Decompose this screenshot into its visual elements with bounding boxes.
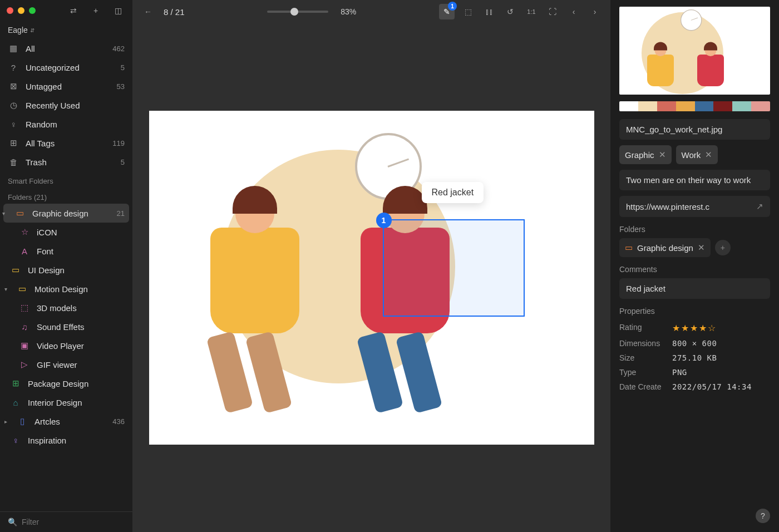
folder-sound-effects[interactable]: ♫ Sound Effets — [0, 317, 132, 336]
next-button[interactable]: › — [587, 4, 603, 19]
folder-3d-models[interactable]: ⬚ 3D models — [0, 298, 132, 317]
zoom-slider[interactable] — [267, 11, 328, 13]
color-swatch[interactable] — [619, 101, 638, 111]
tag-chip[interactable]: Graphic ✕ — [619, 145, 672, 164]
fullscreen-button[interactable]: ⛶ — [545, 4, 560, 19]
nav-untagged[interactable]: ⊠ Untagged 53 — [0, 77, 132, 96]
nav-recently-used[interactable]: ◷ Recently Used — [0, 96, 132, 115]
rating-stars[interactable]: ★★★★☆ — [672, 323, 717, 333]
filter-input[interactable] — [22, 518, 125, 526]
chevron-updown-icon: ⇵ — [30, 27, 34, 33]
folder-articles[interactable]: ▸ ▯ Artcles 436 — [0, 412, 132, 431]
swap-icon[interactable]: ⇄ — [66, 3, 81, 18]
window-close-button[interactable] — [7, 7, 13, 14]
folder-remove-icon[interactable]: ✕ — [698, 243, 705, 253]
prev-button[interactable]: ‹ — [566, 4, 581, 19]
color-swatch[interactable] — [695, 101, 714, 111]
viewer-toolbar: ← 8 / 21 83% ✎ 1 ⬚ ⫿⫿ ↺ 1:1 ⛶ ‹ — [132, 0, 610, 23]
actual-size-button[interactable]: 1:1 — [524, 4, 539, 19]
folder-icon-subfolder[interactable]: ☆ iCON — [0, 223, 132, 242]
annotate-badge: 1 — [448, 2, 457, 11]
nav-random[interactable]: ♀ Random — [0, 115, 132, 134]
folder-label: Motion Design — [34, 284, 125, 294]
folder-ui-design[interactable]: ▭ UI Design — [0, 260, 132, 279]
folders-header: Folders (21) — [0, 188, 132, 204]
nav-all-tags[interactable]: ⊞ All Tags 119 — [0, 134, 132, 152]
folder-interior-design[interactable]: ⌂ Interior Design — [0, 393, 132, 412]
color-swatch[interactable] — [638, 101, 657, 111]
annotation-index-badge: 1 — [376, 213, 392, 228]
inspector-panel: MNC_go_to_work_net.jpg Graphic ✕ Work ✕ … — [610, 0, 779, 532]
folder-label: 3D models — [37, 303, 125, 313]
bulb-icon: ♀ — [8, 119, 19, 130]
chevron-down-icon[interactable]: ▾ — [2, 210, 8, 216]
window-minimize-button[interactable] — [18, 7, 24, 14]
folder-graphic-design[interactable]: ▾ ▭ Graphic design 21 — [3, 204, 129, 223]
annotate-tool[interactable]: ✎ 1 — [439, 4, 455, 19]
comments-section-label: Comments — [619, 265, 770, 274]
external-link-icon[interactable]: ↗ — [756, 201, 763, 211]
url-field[interactable]: https://www.pinterest.c ↗ — [619, 196, 770, 217]
nav-trash[interactable]: 🗑 Trash 5 — [0, 152, 132, 171]
trash-icon: 🗑 — [8, 156, 19, 168]
undo-button[interactable]: ↺ — [502, 4, 518, 19]
nav-label: Trash — [26, 157, 114, 167]
nav-count: 5 — [121, 63, 125, 72]
folder-motion-design[interactable]: ▾ ▭ Motion Design — [0, 279, 132, 298]
color-swatch[interactable] — [751, 101, 770, 111]
filename-field[interactable]: MNC_go_to_work_net.jpg — [619, 119, 770, 140]
clock-icon: ◷ — [8, 100, 19, 111]
nav-label: Random — [26, 120, 125, 129]
folder-label: GIF viewer — [37, 360, 125, 370]
tag-remove-icon[interactable]: ✕ — [659, 150, 666, 160]
folder-video-player[interactable]: ▣ Video Player — [0, 336, 132, 355]
add-folder-button[interactable]: + — [715, 240, 731, 255]
grid-icon: ▦ — [8, 43, 19, 54]
chevron-down-icon[interactable]: ▾ — [4, 286, 10, 292]
nav-uncategorized[interactable]: ? Uncategorized 5 — [0, 58, 132, 77]
canvas-area[interactable]: 1 Red jacket — [132, 23, 610, 532]
nav-all[interactable]: ▦ All 462 — [0, 39, 132, 58]
folder-label: Graphic design — [32, 209, 110, 218]
star-icon: ☆ — [19, 226, 30, 238]
folder-icon: ▭ — [10, 264, 21, 275]
folder-label: Package Design — [28, 379, 125, 388]
description-field[interactable]: Two men are on their way to work — [619, 170, 770, 190]
folder-package-design[interactable]: ⊞ Package Design — [0, 374, 132, 393]
annotation-tooltip: Red jacket — [422, 182, 484, 203]
font-icon: A — [19, 245, 30, 257]
library-selector[interactable]: Eagle ⇵ — [0, 21, 132, 39]
chevron-right-icon[interactable]: ▸ — [4, 418, 10, 425]
color-palette[interactable] — [619, 101, 770, 111]
zoom-thumb[interactable] — [290, 8, 298, 16]
color-swatch[interactable] — [732, 101, 751, 111]
color-swatch[interactable] — [713, 101, 732, 111]
back-button[interactable]: ← — [140, 4, 156, 19]
color-swatch[interactable] — [676, 101, 695, 111]
panel-toggle-icon[interactable]: ◫ — [110, 3, 126, 18]
window-zoom-button[interactable] — [29, 7, 36, 14]
folder-inspiration[interactable]: ♀ Inspiration — [0, 431, 132, 450]
annotation-region[interactable]: 1 — [383, 219, 525, 317]
folder-font[interactable]: A Font — [0, 242, 132, 260]
tag-chip[interactable]: Work ✕ — [676, 145, 718, 164]
properties-section-label: Properties — [619, 307, 770, 316]
compare-tool[interactable]: ⫿⫿ — [481, 4, 497, 19]
plus-icon[interactable]: + — [88, 3, 103, 18]
nav-label: Untagged — [26, 82, 110, 91]
tag-remove-icon[interactable]: ✕ — [705, 150, 712, 160]
folder-gif-viewer[interactable]: ▷ GIF viewer — [0, 355, 132, 374]
folder-label: Inspiration — [28, 436, 125, 445]
tags-row: Graphic ✕ Work ✕ — [619, 145, 770, 164]
color-swatch[interactable] — [657, 101, 676, 111]
properties-list: Rating ★★★★☆ Dimensions 800 × 600 Size 2… — [619, 320, 770, 394]
folder-label: Artcles — [34, 417, 106, 426]
comment-field[interactable]: Red jacket — [619, 278, 770, 299]
folder-chip[interactable]: ▭ Graphic design ✕ — [619, 238, 711, 257]
page-total: 21 — [175, 7, 185, 17]
thumbnail-preview[interactable] — [619, 7, 770, 95]
sidebar: ⇄ + ◫ Eagle ⇵ ▦ All 462 ? Uncategorized … — [0, 0, 132, 532]
crop-tool[interactable]: ⬚ — [460, 4, 476, 19]
package-icon: ⊞ — [10, 378, 21, 389]
help-button[interactable]: ? — [756, 509, 770, 523]
